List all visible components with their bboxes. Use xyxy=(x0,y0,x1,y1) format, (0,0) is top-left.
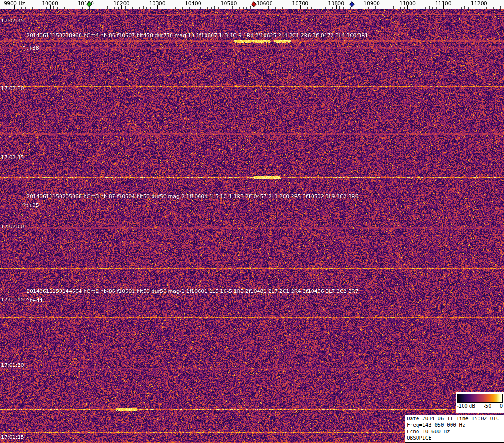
freq-label: 11200 xyxy=(471,0,487,7)
freq-label: 10700 xyxy=(292,0,308,7)
detection-record: 20140611150238960 hCnt4 nb-86 f10607 hit… xyxy=(27,33,368,39)
info-date-time: Date=2014-06-11 Time=15:02 UTC xyxy=(407,416,502,422)
info-observer: OBSUPICE xyxy=(407,435,502,442)
freq-label: 10200 xyxy=(113,0,130,7)
frequency-minor-ticks xyxy=(0,7,504,9)
frequency-ruler: 9900 Hz100001010010200103001040010500106… xyxy=(0,0,504,9)
colorbar-label-max: 0 xyxy=(500,403,503,409)
freq-label: 10400 xyxy=(185,0,201,7)
freq-label: 11000 xyxy=(399,0,416,7)
freq-label: 10900 xyxy=(364,0,380,7)
colorbar-label-min: -100 dB xyxy=(457,403,475,409)
time-label: 17:01:15 xyxy=(1,434,24,440)
detection-record: 20140611150205068 hCnt3 nb-87 f10604 hit… xyxy=(27,193,358,199)
colorbar-label-mid: -50 xyxy=(484,403,491,409)
freq-label: 10300 xyxy=(149,0,166,7)
time-label: 17:01:45 xyxy=(1,297,24,303)
time-label: 17:01:30 xyxy=(1,362,24,368)
detection-tag: ^t+05 xyxy=(22,202,39,208)
colorbar-legend: -100 dB -50 0 xyxy=(456,392,504,413)
detection-record: 20140611150144564 hCnt2 nb-86 f10601 hit… xyxy=(27,288,358,294)
freq-label: 9900 Hz xyxy=(4,0,25,7)
colorbar-gradient xyxy=(457,394,503,403)
spectrogram-app: 9900 Hz100001010010200103001040010500106… xyxy=(0,0,504,443)
detection-tag: ^t+38 xyxy=(22,45,39,51)
spectrogram-overlay: 17:02:4517:02:3017:02:1517:02:0017:01:45… xyxy=(0,9,504,443)
info-box: Date=2014-06-11 Time=15:02 UTC Freq=143 … xyxy=(405,415,504,443)
info-echo: Echo=10 600 Hz xyxy=(407,429,502,435)
waterfall-panel: 17:02:4517:02:3017:02:1517:02:0017:01:45… xyxy=(0,9,504,443)
freq-label: 10800 xyxy=(328,0,344,7)
info-frequency: Freq=143 050 000 Hz xyxy=(407,422,502,429)
freq-label: 11100 xyxy=(435,0,451,7)
colorbar-labels: -100 dB -50 0 xyxy=(457,403,503,409)
time-label: 17:02:15 xyxy=(1,154,24,160)
freq-label: 10500 xyxy=(221,0,237,7)
time-label: 17:02:45 xyxy=(1,18,24,24)
freq-label: 10000 xyxy=(42,0,58,7)
time-label: 17:02:30 xyxy=(1,86,24,92)
detection-tag: ^t+44 xyxy=(26,298,43,304)
freq-label: 10600 xyxy=(256,0,272,7)
time-label: 17:02:00 xyxy=(1,224,24,230)
